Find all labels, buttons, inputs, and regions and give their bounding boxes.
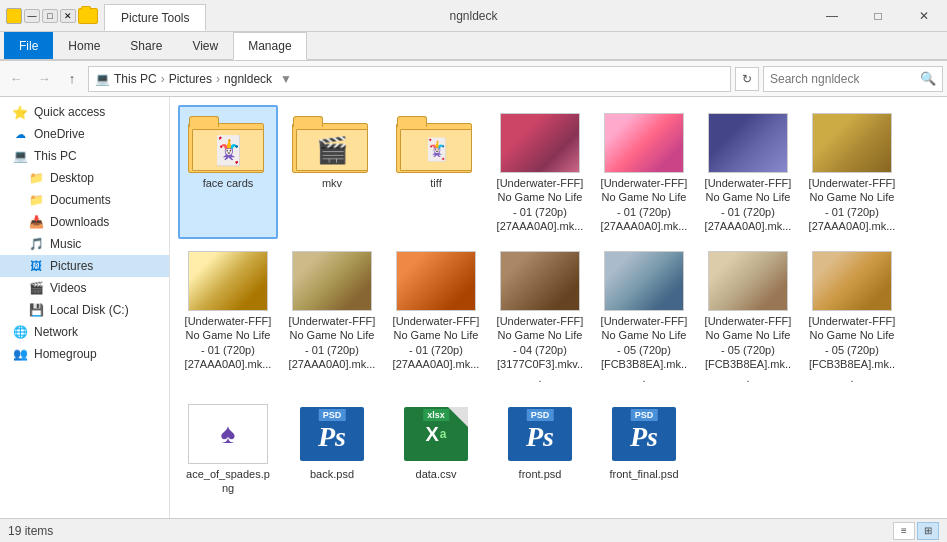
- folder-thumb-tiff: 🃏: [396, 113, 476, 173]
- sidebar-item-homegroup[interactable]: 👥 Homegroup: [0, 343, 169, 365]
- img-thumb: [812, 113, 892, 173]
- img-thumb: [604, 251, 684, 311]
- music-icon: 🎵: [28, 236, 44, 252]
- list-view-button[interactable]: ≡: [893, 522, 915, 540]
- homegroup-icon: 👥: [12, 346, 28, 362]
- content-area: 🃏 face cards 🎬 mkv: [170, 97, 947, 518]
- title-bar-left: — □ ✕: [0, 0, 104, 31]
- files-grid: 🃏 face cards 🎬 mkv: [178, 105, 939, 501]
- list-item[interactable]: [Underwater-FFF] No Game No Life - 05 (7…: [594, 243, 694, 391]
- sidebar-item-music[interactable]: 🎵 Music: [0, 233, 169, 255]
- sidebar-label-homegroup: Homegroup: [34, 347, 97, 361]
- star-icon: ⭐: [12, 104, 28, 120]
- close-button[interactable]: ✕: [901, 0, 947, 32]
- maximize-button[interactable]: □: [855, 0, 901, 32]
- minimize-button[interactable]: —: [809, 0, 855, 32]
- sidebar-item-local-disk[interactable]: 💾 Local Disk (C:): [0, 299, 169, 321]
- ribbon: File Home Share View Manage: [0, 32, 947, 61]
- videos-icon: 🎬: [28, 280, 44, 296]
- img-thumb: [500, 251, 580, 311]
- maximize-mini-btn[interactable]: □: [42, 9, 58, 23]
- status-bar: 19 items ≡ ⊞: [0, 518, 947, 542]
- list-item[interactable]: PSD Ps front.psd: [490, 396, 590, 502]
- folder-icon-downloads: 📥: [28, 214, 44, 230]
- onedrive-icon: ☁: [12, 126, 28, 142]
- sidebar-label-this-pc: This PC: [34, 149, 77, 163]
- sidebar-item-network[interactable]: 🌐 Network: [0, 321, 169, 343]
- search-input[interactable]: [770, 72, 916, 86]
- list-item[interactable]: [Underwater-FFF] No Game No Life - 01 (7…: [282, 243, 382, 391]
- path-this-pc: This PC: [114, 72, 157, 86]
- tab-share[interactable]: Share: [115, 32, 177, 59]
- list-item[interactable]: [Underwater-FFF] No Game No Life - 05 (7…: [698, 243, 798, 391]
- file-name: [Underwater-FFF] No Game No Life - 05 (7…: [600, 314, 688, 385]
- psd-thumb-back: PSD Ps: [292, 404, 372, 464]
- sidebar-item-desktop[interactable]: 📁 Desktop: [0, 167, 169, 189]
- address-bar: ← → ↑ 💻 This PC › Pictures › ngnldeck ▼ …: [0, 61, 947, 97]
- sidebar-item-downloads[interactable]: 📥 Downloads: [0, 211, 169, 233]
- list-item[interactable]: [Underwater-FFF] No Game No Life - 01 (7…: [802, 105, 902, 239]
- app-icon: [6, 8, 22, 24]
- file-name: back.psd: [310, 467, 354, 481]
- address-path[interactable]: 💻 This PC › Pictures › ngnldeck ▼: [88, 66, 731, 92]
- list-item[interactable]: 🃏 face cards: [178, 105, 278, 239]
- file-name: [Underwater-FFF] No Game No Life - 04 (7…: [496, 314, 584, 385]
- file-name: [Underwater-FFF] No Game No Life - 01 (7…: [288, 314, 376, 371]
- img-thumb: [812, 251, 892, 311]
- sidebar-item-onedrive[interactable]: ☁ OneDrive: [0, 123, 169, 145]
- list-item[interactable]: 🃏 tiff: [386, 105, 486, 239]
- folder-thumb-face-cards: 🃏: [188, 113, 268, 173]
- file-name: [Underwater-FFF] No Game No Life - 01 (7…: [808, 176, 896, 233]
- list-item[interactable]: ♠ ace_of_spades.png: [178, 396, 278, 502]
- sidebar-item-videos[interactable]: 🎬 Videos: [0, 277, 169, 299]
- file-name: front.psd: [519, 467, 562, 481]
- file-name: data.csv: [416, 467, 457, 481]
- file-name: [Underwater-FFF] No Game No Life - 05 (7…: [704, 314, 792, 385]
- list-item[interactable]: [Underwater-FFF] No Game No Life - 01 (7…: [698, 105, 798, 239]
- tab-view[interactable]: View: [177, 32, 233, 59]
- list-item[interactable]: PSD Ps back.psd: [282, 396, 382, 502]
- list-item[interactable]: [Underwater-FFF] No Game No Life - 01 (7…: [386, 243, 486, 391]
- sidebar-item-pictures[interactable]: 🖼 Pictures: [0, 255, 169, 277]
- sidebar-item-quick-access[interactable]: ⭐ Quick access: [0, 101, 169, 123]
- img-thumb: [396, 251, 476, 311]
- img-thumb: [604, 113, 684, 173]
- tab-manage[interactable]: Manage: [233, 32, 306, 60]
- refresh-button[interactable]: ↻: [735, 67, 759, 91]
- list-item[interactable]: [Underwater-FFF] No Game No Life - 04 (7…: [490, 243, 590, 391]
- grid-view-button[interactable]: ⊞: [917, 522, 939, 540]
- sidebar-label-local-disk: Local Disk (C:): [50, 303, 129, 317]
- tab-file[interactable]: File: [4, 32, 53, 59]
- img-thumb: [188, 251, 268, 311]
- network-icon: 🌐: [12, 324, 28, 340]
- sidebar-item-this-pc[interactable]: 💻 This PC: [0, 145, 169, 167]
- list-item[interactable]: xlsx X a data.csv: [386, 396, 486, 502]
- disk-icon: 💾: [28, 302, 44, 318]
- main-layout: ⭐ Quick access ☁ OneDrive 💻 This PC 📁 De…: [0, 97, 947, 518]
- list-item[interactable]: [Underwater-FFF] No Game No Life - 05 (7…: [802, 243, 902, 391]
- sidebar-label-downloads: Downloads: [50, 215, 109, 229]
- list-item[interactable]: [Underwater-FFF] No Game No Life - 01 (7…: [490, 105, 590, 239]
- list-item[interactable]: [Underwater-FFF] No Game No Life - 01 (7…: [178, 243, 278, 391]
- search-box[interactable]: 🔍: [763, 66, 943, 92]
- file-name: [Underwater-FFF] No Game No Life - 05 (7…: [808, 314, 896, 385]
- list-item[interactable]: 🎬 mkv: [282, 105, 382, 239]
- sidebar-item-documents[interactable]: 📁 Documents: [0, 189, 169, 211]
- forward-button[interactable]: →: [32, 67, 56, 91]
- back-button[interactable]: ←: [4, 67, 28, 91]
- tab-home[interactable]: Home: [53, 32, 115, 59]
- picture-tools-tab[interactable]: Picture Tools: [104, 4, 206, 31]
- close-mini-btn[interactable]: ✕: [60, 9, 76, 23]
- sidebar: ⭐ Quick access ☁ OneDrive 💻 This PC 📁 De…: [0, 97, 170, 518]
- list-item[interactable]: [Underwater-FFF] No Game No Life - 01 (7…: [594, 105, 694, 239]
- list-item[interactable]: PSD Ps front_final.psd: [594, 396, 694, 502]
- window-title: ngnldeck: [449, 0, 497, 31]
- file-name: ace_of_spades.png: [184, 467, 272, 496]
- file-name: [Underwater-FFF] No Game No Life - 01 (7…: [496, 176, 584, 233]
- sidebar-label-pictures: Pictures: [50, 259, 93, 273]
- up-button[interactable]: ↑: [60, 67, 84, 91]
- folder-icon-documents: 📁: [28, 192, 44, 208]
- file-name: face cards: [203, 176, 254, 190]
- minimize-mini-btn[interactable]: —: [24, 9, 40, 23]
- img-thumb: [292, 251, 372, 311]
